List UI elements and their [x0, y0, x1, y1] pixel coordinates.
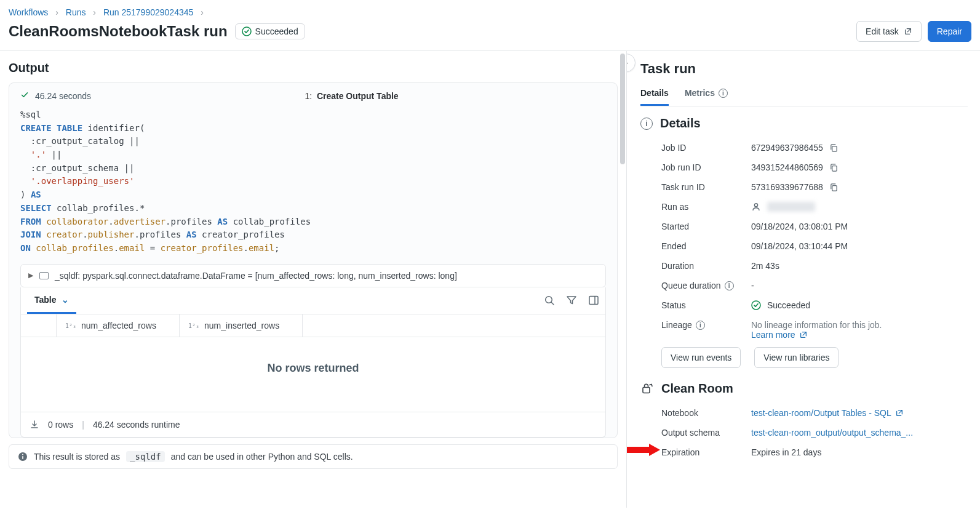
- value-duration: 2m 43s: [751, 261, 779, 271]
- cell-title: Create Output Table: [317, 91, 399, 101]
- svg-rect-9: [832, 146, 837, 151]
- panel-icon[interactable]: [588, 295, 599, 306]
- view-run-events-button[interactable]: View run events: [661, 347, 741, 368]
- value-job-run-id: 349315244860569: [751, 162, 823, 172]
- edit-task-label: Edit task: [866, 26, 899, 36]
- tab-metrics-label: Metrics: [685, 88, 715, 98]
- result-note-pre: This result is stored as: [34, 452, 120, 462]
- cell-duration: 46.24 seconds: [35, 91, 91, 101]
- value-notebook: test-clean-room/Output Tables - SQL: [751, 408, 891, 418]
- info-icon: i: [640, 118, 653, 130]
- row-number-header: [21, 314, 57, 337]
- value-started: 09/18/2024, 03:08:01 PM: [751, 222, 848, 231]
- chevron-right-icon: ›: [93, 7, 96, 17]
- task-run-heading: Task run: [640, 61, 968, 77]
- tab-table-label: Table: [34, 295, 57, 305]
- check-circle-icon: [751, 300, 761, 310]
- search-icon[interactable]: [544, 295, 555, 306]
- value-expiration: Expires in 21 days: [751, 447, 821, 457]
- svg-rect-2: [589, 297, 598, 305]
- svg-text:1²₃: 1²₃: [65, 322, 76, 329]
- info-icon[interactable]: i: [725, 281, 734, 290]
- svg-rect-11: [832, 185, 837, 190]
- scrollbar[interactable]: [620, 54, 625, 164]
- column-header[interactable]: 1²₃ num_inserted_rows: [180, 314, 303, 337]
- cell-index: 1:: [305, 91, 312, 101]
- row-count: 0 rows: [48, 420, 73, 430]
- table-header: 1²₃ num_affected_rows 1²₃ num_inserted_r…: [21, 314, 605, 337]
- collapse-panel-button[interactable]: ›: [626, 54, 635, 72]
- external-link-icon: [895, 409, 904, 417]
- value-output-schema: test-clean-room_output/output_schema_...: [751, 428, 913, 438]
- output-schema-link[interactable]: test-clean-room_output/output_schema_...: [751, 428, 913, 438]
- value-ended: 09/18/2024, 03:10:44 PM: [751, 241, 848, 251]
- expand-icon[interactable]: ▶: [28, 271, 33, 279]
- label-expiration: Expiration: [661, 447, 699, 457]
- label-queue-duration: Queue duration: [661, 281, 721, 290]
- value-job-id: 672949637986455: [751, 143, 823, 153]
- label-task-run-id: Task run ID: [661, 182, 705, 192]
- chevron-right-icon: ›: [55, 7, 58, 17]
- sqldf-text: _sqldf: pyspark.sql.connect.dataframe.Da…: [55, 271, 457, 281]
- external-link-icon: [799, 330, 808, 339]
- check-circle-icon: [242, 26, 252, 36]
- column-header[interactable]: 1²₃ num_affected_rows: [57, 314, 180, 337]
- result-note-post: and can be used in other Python and SQL …: [171, 452, 353, 462]
- label-duration: Duration: [661, 261, 694, 271]
- view-run-libraries-label: View run libraries: [763, 353, 829, 362]
- copy-icon[interactable]: [829, 163, 839, 172]
- result-note-chip: _sqldf: [126, 451, 165, 462]
- info-icon: [18, 452, 28, 462]
- column-name-1: num_inserted_rows: [204, 321, 279, 330]
- notebook-link[interactable]: test-clean-room/Output Tables - SQL: [751, 408, 904, 418]
- copy-icon[interactable]: [829, 143, 839, 153]
- label-ended: Ended: [661, 241, 686, 251]
- chevron-right-icon: ›: [201, 7, 204, 17]
- label-lineage: Lineage: [661, 320, 692, 330]
- breadcrumb-link-workflows[interactable]: Workflows: [9, 7, 48, 17]
- column-name-0: num_affected_rows: [81, 321, 156, 330]
- tab-table[interactable]: Table ⌄: [27, 287, 76, 314]
- dataframe-icon: [39, 272, 49, 279]
- sqldf-summary[interactable]: ▶ _sqldf: pyspark.sql.connect.dataframe.…: [20, 264, 606, 287]
- breadcrumb-link-run[interactable]: Run 251799029024345: [103, 7, 193, 17]
- svg-text:1²₃: 1²₃: [188, 322, 199, 329]
- tab-details-label: Details: [640, 88, 669, 98]
- details-section-title: Details: [660, 116, 701, 130]
- tab-details[interactable]: Details: [640, 83, 669, 106]
- svg-rect-7: [22, 456, 23, 459]
- empty-table-message: No rows returned: [21, 337, 605, 412]
- label-started: Started: [661, 222, 689, 231]
- code-block: %sql CREATE TABLE identifier( :cr_output…: [20, 105, 606, 264]
- chevron-down-icon[interactable]: ⌄: [62, 295, 69, 305]
- copy-icon[interactable]: [829, 183, 839, 192]
- value-task-run-id: 573169339677688: [751, 182, 823, 192]
- tab-metrics[interactable]: Metrics i: [685, 83, 728, 106]
- output-heading: Output: [0, 51, 626, 82]
- download-icon[interactable]: [30, 420, 39, 430]
- learn-more-label: Learn more: [751, 330, 795, 340]
- external-link-icon: [904, 27, 912, 36]
- info-icon: i: [719, 89, 728, 98]
- chevron-right-icon: ›: [626, 57, 628, 68]
- notebook-cell: 46.24 seconds 1: Create Output Table %sq…: [9, 82, 618, 438]
- numeric-type-icon: 1²₃: [188, 321, 199, 330]
- svg-point-8: [22, 454, 23, 455]
- info-icon[interactable]: i: [696, 321, 705, 330]
- value-status: Succeeded: [767, 300, 810, 310]
- label-notebook: Notebook: [661, 408, 698, 418]
- breadcrumb-link-runs[interactable]: Runs: [66, 7, 86, 17]
- runtime-text: 46.24 seconds runtime: [93, 420, 180, 430]
- learn-more-link[interactable]: Learn more: [751, 330, 968, 340]
- result-note: This result is stored as _sqldf and can …: [9, 444, 618, 469]
- label-status: Status: [661, 300, 686, 310]
- filter-icon[interactable]: [566, 295, 577, 306]
- status-badge: Succeeded: [235, 23, 305, 39]
- value-lineage: No lineage information for this job.: [751, 320, 968, 330]
- repair-button[interactable]: Repair: [928, 21, 971, 42]
- edit-task-button[interactable]: Edit task: [856, 21, 922, 42]
- clean-room-icon: [640, 382, 654, 396]
- clean-room-title: Clean Room: [661, 382, 733, 396]
- view-run-libraries-button[interactable]: View run libraries: [754, 347, 839, 368]
- value-queue-duration: -: [751, 281, 754, 290]
